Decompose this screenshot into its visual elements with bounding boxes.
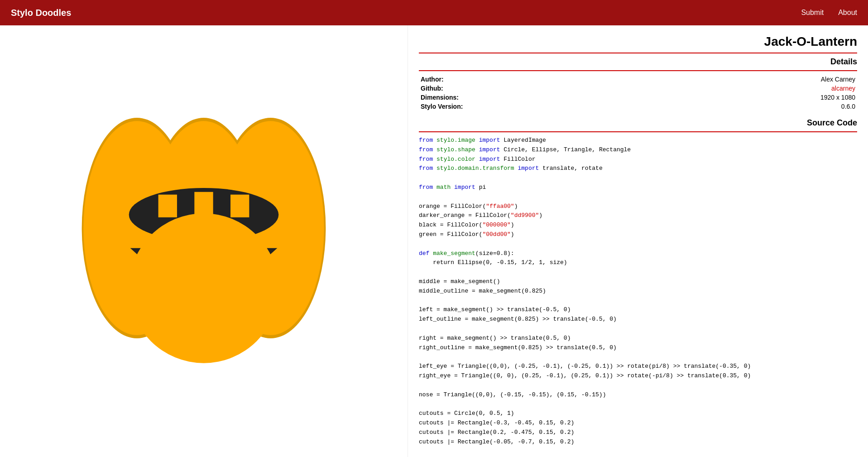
details-divider (419, 70, 857, 71)
svg-rect-14 (194, 192, 213, 217)
pumpkin-illustration (45, 101, 362, 382)
navbar: Stylo Doodles Submit About (0, 0, 868, 25)
illustration-panel (0, 25, 408, 457)
dimensions-label: Dimensions: (419, 93, 482, 102)
github-label: Github: (419, 84, 482, 93)
svg-point-11 (129, 213, 279, 363)
stylo-version-row: Stylo Version: 0.6.0 (419, 102, 857, 111)
svg-rect-13 (230, 194, 249, 217)
stylo-version-value: 0.6.0 (482, 102, 857, 111)
main-content: Jack-O-Lantern Details Author: Alex Carn… (0, 25, 868, 457)
stylo-version-label: Stylo Version: (419, 102, 482, 111)
submit-link[interactable]: Submit (801, 9, 824, 17)
detail-panel: Jack-O-Lantern Details Author: Alex Carn… (408, 25, 868, 457)
github-link[interactable]: alcarney (831, 85, 855, 92)
nav-links: Submit About (801, 9, 857, 17)
source-code-section-title: Source Code (419, 118, 857, 128)
dimensions-value: 1920 x 1080 (482, 93, 857, 102)
svg-rect-12 (158, 194, 177, 217)
github-value: alcarney (482, 84, 857, 93)
title-divider (419, 53, 857, 53)
author-row: Author: Alex Carney (419, 75, 857, 84)
details-table: Author: Alex Carney Github: alcarney Dim… (419, 75, 857, 111)
author-label: Author: (419, 75, 482, 84)
page-title: Jack-O-Lantern (419, 34, 857, 49)
github-row: Github: alcarney (419, 84, 857, 93)
dimensions-row: Dimensions: 1920 x 1080 (419, 93, 857, 102)
details-section-title: Details (419, 57, 857, 67)
author-value: Alex Carney (482, 75, 857, 84)
source-divider (419, 131, 857, 132)
brand-logo[interactable]: Stylo Doodles (11, 8, 71, 18)
source-code-block: from stylo.image import LayeredImage fro… (419, 136, 857, 457)
about-link[interactable]: About (838, 9, 857, 17)
